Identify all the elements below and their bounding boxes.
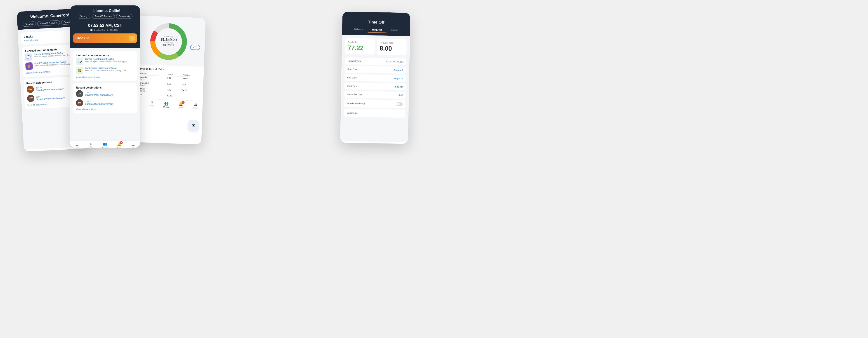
earnings-gross-amount: $3,185.20: [160, 44, 177, 47]
callie-time: 07:52:52 AM, CST: [73, 23, 137, 28]
callie-celeb2-text: July 21 Susan's Work Anniversary: [85, 101, 114, 105]
card-timeoff: ‹ Time Off Balance Request Status Availa…: [340, 11, 410, 144]
callie-ann1-title[interactable]: Career Development Q&As: [85, 58, 130, 60]
callie-view-celebrations[interactable]: View all celebrations: [76, 108, 134, 111]
chevron-right-icon: ›: [401, 112, 403, 115]
callie-tabs: Surveys Time Off Request Community: [73, 14, 137, 19]
earnings-row1-hours: 0.00: [166, 76, 182, 82]
timeoff-available-block: Available 77.22: [345, 38, 375, 55]
earnings-row1-amount: $9.03: [182, 77, 200, 83]
callie-celebrations-title: Recent celebrations: [76, 86, 134, 89]
callie-ann2-title[interactable]: Food Truck Fridays are Back!: [85, 67, 128, 69]
timeoff-title: Time Off: [345, 20, 407, 25]
earnings-period: Earnings for Jul 10-23: [134, 67, 200, 72]
timeoff-start-time-value: 8:00 AM: [395, 86, 403, 88]
callie-status-icon: 🖥: [107, 29, 109, 31]
callie-celeb2-name[interactable]: Susan's Work Anniversary: [85, 103, 114, 105]
timeoff-request-total-block: Request Total 8.00: [377, 39, 407, 55]
callie-tab-community[interactable]: Community: [116, 14, 133, 19]
timeoff-weekends-row[interactable]: Include Weekends: [344, 99, 406, 108]
cameron-nav-menu[interactable]: ☰ Menu: [79, 147, 88, 151]
clock-in-dots: ···: [129, 36, 135, 41]
ytd-button[interactable]: YTD: [190, 44, 200, 50]
earnings-nav-people-label: People: [163, 106, 169, 108]
pay-icon: $: [43, 150, 45, 151]
earnings-bottom-nav: ☰ Menu $ Pay 👥 People 🔔 2 Alerts ☰ Menu: [130, 98, 203, 113]
callie-nav-people[interactable]: 👥 People: [101, 142, 110, 148]
timeoff-end-date-row[interactable]: End Date August 9: [344, 74, 406, 82]
callie-nav-alerts-label: Alerts: [117, 147, 121, 148]
earnings-row4-amount: [181, 94, 200, 99]
menu2-icon: ☰: [75, 142, 79, 146]
callie-nav-pay[interactable]: $ Pay: [87, 142, 96, 148]
card-callie: Welcome, Callie! Surveys Time Off Reques…: [70, 5, 140, 148]
callie-ann2-icon: 🍔: [76, 67, 83, 74]
callie-nav-alerts[interactable]: 🔔 2 Alerts: [115, 142, 124, 148]
cameron-nav-pay[interactable]: $ Pay: [39, 150, 49, 152]
timeoff-tab-balance[interactable]: Balance: [349, 27, 368, 33]
earnings-alerts-badge: 2: [182, 101, 184, 104]
callie-ann1-subtitle: Meet with your peers and learn how they …: [85, 60, 130, 63]
timeoff-request-type-value: VACATION 77.23 h: [386, 60, 403, 63]
timeoff-start-date-value: August 9: [394, 69, 403, 71]
timeoff-tab-status[interactable]: Status: [386, 27, 403, 33]
cameron-celeb2-avatar: SW: [27, 95, 35, 102]
timeoff-start-time-row[interactable]: Start Time 8:00 AM: [344, 82, 406, 91]
earnings-row3-hours: 0.00: [166, 88, 181, 94]
callie-bottom-nav: ☰ Menu $ Pay 👥 People 🔔 2 Alerts ☰ Menu: [70, 140, 140, 148]
callie-announcement-1: 💬 Career Development Q&As Meet with your…: [76, 58, 134, 65]
cameron-celeb1-avatar: DW: [26, 86, 34, 93]
timeoff-request-type-row[interactable]: Request Type VACATION 77.23 h: [345, 57, 406, 66]
email-fab[interactable]: ✉: [188, 120, 199, 131]
callie-alerts-badge: 2: [120, 141, 123, 144]
callie-view-announcements[interactable]: View all announcements: [76, 76, 134, 78]
cameron-nav-people[interactable]: 👥 People: [52, 149, 62, 152]
chat-bubble-icon: ⋯: [87, 10, 91, 15]
callie-ann2-subtitle: Meet us outside tomorrow at the Chicago …: [85, 69, 128, 72]
callie-celeb1-avatar: DW: [76, 90, 83, 97]
cameron-nav-alerts[interactable]: 🔔 Alerts: [65, 148, 75, 151]
timeoff-header: ‹ Time Off Balance Request Status: [342, 11, 410, 36]
earnings-period-label: Earnings for Jul 10-23: [138, 67, 164, 71]
timeoff-available-label: Available: [348, 41, 372, 44]
earnings-nav-pay-label: Pay: [150, 104, 153, 106]
timeoff-back-button[interactable]: ‹: [346, 14, 407, 19]
cameron-tab-timeoff[interactable]: Time Off Request: [37, 20, 60, 26]
cameron-tab-surveys[interactable]: Surveys: [23, 22, 36, 27]
card-earnings: Your Check $1,649.20 Gross Pay $3,185.20…: [129, 15, 206, 145]
timeoff-tab-request[interactable]: Request: [368, 27, 386, 33]
cameron-ann2-icon: 🍔: [25, 62, 33, 70]
callie-alerts-badge-wrap: 🔔 2: [117, 142, 121, 146]
earnings-nav-people[interactable]: 👥 People: [162, 101, 171, 110]
callie-celeb-1: DW July 21 David's Work Anniversary: [76, 90, 134, 97]
menu5-icon: ☰: [194, 102, 197, 106]
callie-celeb1-text: July 21 David's Work Anniversary: [85, 92, 113, 96]
clock-in-button[interactable]: Clock In ···: [73, 33, 137, 43]
timeoff-hours-value: 8.00: [399, 94, 403, 97]
callie-nav-menu[interactable]: ☰ Menu: [72, 142, 82, 148]
people2-icon: 👥: [103, 142, 107, 146]
callie-celeb2-date: July 21: [85, 101, 114, 103]
timeoff-comments-row[interactable]: Comments ›: [344, 109, 405, 118]
timeoff-start-date-row[interactable]: Start Date August 9: [344, 66, 406, 74]
timeoff-request-type-label: Request Type: [347, 60, 362, 62]
timeoff-weekends-toggle[interactable]: [397, 102, 403, 106]
timeoff-available-value: 77.22: [348, 44, 372, 52]
chat-bubble[interactable]: ⋯: [84, 8, 94, 18]
callie-announcement-2: 🍔 Food Truck Fridays are Back! Meet us o…: [76, 67, 134, 74]
timeoff-hours-row[interactable]: Hours Per Day 8.00: [344, 91, 405, 99]
callie-nav-menu2[interactable]: ☰ Menu: [129, 142, 138, 148]
cameron-nav-home[interactable]: 🏠 Home: [26, 150, 35, 152]
callie-ann1-text: Career Development Q&As Meet with your p…: [85, 58, 130, 63]
callie-status-text: Clocked Out: [94, 29, 105, 31]
clock-in-label: Clock In: [75, 36, 90, 40]
earnings-nav-pay[interactable]: $ Pay: [147, 101, 156, 110]
timeoff-comments-label: Comments: [346, 111, 358, 114]
pay2-icon: $: [90, 142, 92, 145]
callie-status-row: 🕐 Clocked Out 🖥 101/100/—: [73, 29, 137, 31]
callie-celebrations-block: Recent celebrations DW July 21 David's W…: [73, 83, 137, 113]
callie-celeb1-name[interactable]: David's Work Anniversary: [85, 94, 113, 96]
callie-tab-timeoff[interactable]: Time Off Request: [92, 14, 115, 19]
earnings-nav-alerts[interactable]: 🔔 2 Alerts: [176, 101, 185, 111]
earnings-nav-menu2[interactable]: ☰ Menu: [191, 102, 200, 112]
